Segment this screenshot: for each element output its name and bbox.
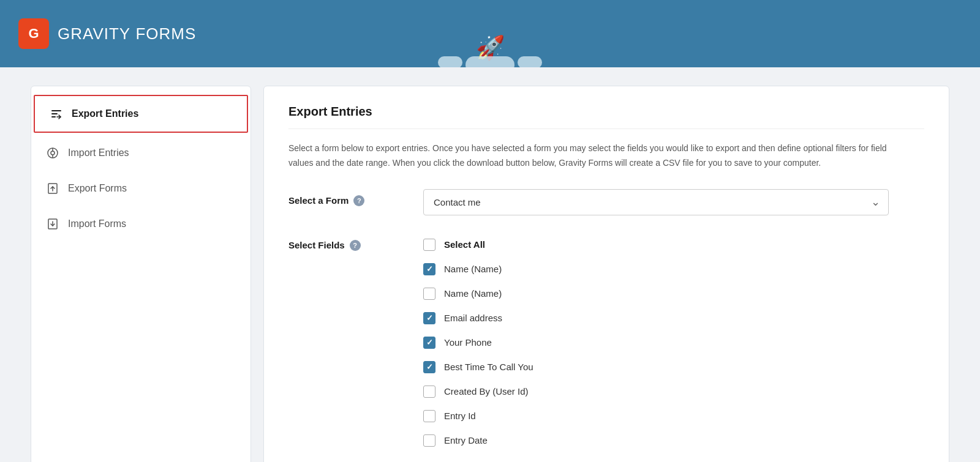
name-1-label: Name (Name) [444,264,502,274]
created-by-checkbox[interactable] [423,386,435,398]
entry-id-label: Entry Id [444,411,476,421]
export-entries-icon [50,107,63,121]
page-title: Export Entries [288,105,924,129]
select-fields-help-icon[interactable]: ? [350,240,361,251]
logo-brand: GRAVITY [58,24,130,43]
form-select-wrapper: Contact me Another Form Sample Form ⌄ [423,189,889,215]
email-label: Email address [444,313,502,323]
sidebar: Export Entries Import Entries [31,86,251,462]
entry-date-label: Entry Date [444,435,488,445]
select-fields-label: Select Fields ? [288,234,399,251]
svg-rect-0 [51,110,61,111]
svg-point-5 [51,151,55,155]
select-fields-row: Select Fields ? Select All Name (Name) [288,234,924,452]
field-select-all: Select All [423,234,924,256]
select-form-label-text: Select a Form [288,195,349,206]
entry-date-checkbox[interactable] [423,434,435,447]
sidebar-item-import-entries[interactable]: Import Entries [31,135,251,171]
best-time-label: Best Time To Call You [444,362,533,372]
logo-sub: FORMS [135,24,196,43]
select-form-help-icon[interactable]: ? [353,195,364,206]
svg-rect-2 [51,116,56,117]
select-all-checkbox[interactable] [423,239,435,251]
phone-label: Your Phone [444,337,492,348]
page-description: Select a form below to export entries. O… [288,141,901,171]
field-name-2: Name (Name) [423,283,924,305]
import-forms-icon [46,217,59,231]
svg-rect-1 [51,113,58,114]
best-time-checkbox[interactable] [423,361,435,373]
fields-control-area: Select All Name (Name) Name (Name) [423,234,924,452]
field-created-by: Created By (User Id) [423,381,924,403]
logo-text: GRAVITY FORMS [58,24,196,43]
logo-icon: G [18,18,49,49]
select-all-label: Select All [444,239,485,250]
entry-id-checkbox[interactable] [423,410,435,422]
select-form-row: Select a Form ? Contact me Another Form … [288,189,924,215]
import-entries-icon [46,146,59,160]
name-1-checkbox[interactable] [423,263,435,275]
sidebar-item-import-entries-label: Import Entries [68,147,129,158]
rocket-clouds [438,56,542,67]
select-form-control: Contact me Another Form Sample Form ⌄ [423,189,924,215]
cloud-right [518,56,542,67]
created-by-label: Created By (User Id) [444,386,529,397]
sidebar-item-export-forms-label: Export Forms [68,183,127,194]
phone-checkbox[interactable] [423,337,435,349]
field-name-1: Name (Name) [423,258,924,280]
logo-letter: G [28,26,39,42]
sidebar-item-export-forms[interactable]: Export Forms [31,171,251,206]
field-email: Email address [423,307,924,329]
rocket-decoration: 🚀 [438,36,542,67]
name-2-label: Name (Name) [444,288,502,299]
main-layout: Export Entries Import Entries [18,86,962,462]
sidebar-item-import-forms-label: Import Forms [68,218,126,229]
logo: G GRAVITY FORMS [18,18,196,49]
sidebar-item-import-forms[interactable]: Import Forms [31,206,251,242]
form-select[interactable]: Contact me Another Form Sample Form [423,189,889,215]
select-fields-label-text: Select Fields [288,240,345,250]
sidebar-item-export-entries-label: Export Entries [72,108,138,119]
sidebar-item-export-entries[interactable]: Export Entries [34,95,248,133]
cloud-left [438,56,462,67]
name-2-checkbox[interactable] [423,288,435,300]
select-form-label: Select a Form ? [288,189,399,206]
field-phone: Your Phone [423,332,924,354]
cloud-center [466,56,514,67]
field-entry-id: Entry Id [423,405,924,427]
app-header: G GRAVITY FORMS 🚀 [0,0,980,67]
email-checkbox[interactable] [423,312,435,324]
field-best-time: Best Time To Call You [423,356,924,378]
main-content: Export Entries Select a form below to ex… [263,86,949,462]
field-entry-date: Entry Date [423,430,924,452]
export-forms-icon [46,182,59,195]
checkbox-list: Select All Name (Name) Name (Name) [423,234,924,452]
